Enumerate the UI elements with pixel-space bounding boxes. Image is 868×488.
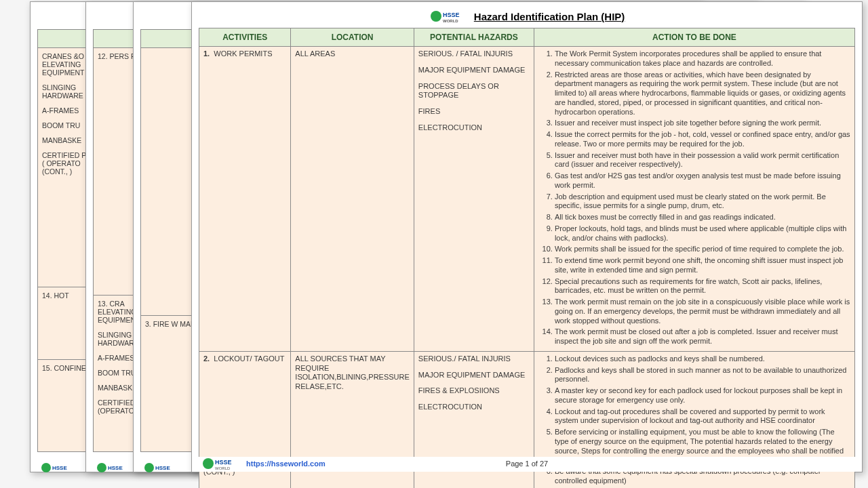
activity-cell: 1. WORK PERMITS [199,47,291,352]
col-activities: ACTIVITIES [199,28,291,47]
action-item: Restricted areas are those areas or acti… [555,70,850,117]
page-title-bar: HSSEWORLD Hazard Identification Plan (HI… [199,6,855,28]
hsse-logo-icon: HSSE [143,461,174,474]
svg-text:WORLD: WORLD [443,19,458,23]
action-item: Padlocks and keys shall be stored in suc… [555,366,850,385]
hsse-logo-icon: HSSEWORLD [201,456,239,471]
location-cell: ALL AREAS [291,47,414,352]
hsse-logo-icon: HSSE [40,461,71,474]
action-item: Lockout devices such as padlocks and key… [555,354,850,364]
document-title: Hazard Identification Plan (HIP) [474,11,625,22]
action-item: To extend time work permit beyond one sh… [555,256,850,275]
action-item: All tick boxes must be correctly filled … [555,213,850,222]
action-item: Issuer and receiver must both have in th… [555,151,850,170]
action-item: Special precautions such as requirements… [555,277,850,296]
hsse-logo-icon: HSSEWORLD [429,9,467,24]
action-item: Work permits shall be issued for the spe… [555,245,850,254]
svg-text:HSSE: HSSE [108,465,123,471]
hsse-logo-icon: HSSE [96,461,127,474]
document-page-front: HSSEWORLD Hazard Identification Plan (HI… [191,1,863,472]
hazards-cell: SERIOUS. / FATAL INJURISMAJOR EQUIPMENT … [414,47,534,352]
svg-point-9 [203,458,214,469]
action-item: A master key or second key for each padl… [555,386,850,405]
action-item: Gas test and/or H2S gas test and/or oxyg… [555,171,850,190]
col-hazards: POTENTIAL HAZARDS [414,28,534,47]
svg-point-0 [41,463,51,472]
svg-text:HSSE: HSSE [155,465,170,471]
page-number: Page 1 of 27 [506,460,548,468]
action-item: Issue the correct permits for the job - … [555,130,850,149]
col-actions: ACTION TO BE DONE [534,28,854,47]
svg-point-2 [97,463,106,472]
action-item: Issuer and receiver must inspect job sit… [555,119,850,128]
action-item: Job description and equipment used must … [555,192,850,211]
action-item: Lockout and tag-out procedures shall be … [555,407,850,426]
svg-text:HSSE: HSSE [443,12,460,18]
hip-table: ACTIVITIES LOCATION POTENTIAL HAZARDS AC… [199,28,855,488]
actions-cell: The Work Permit System incorporates proc… [534,47,854,352]
action-item: The work permit must remain on the job s… [555,298,850,325]
col-location: LOCATION [291,28,414,47]
svg-point-4 [144,463,154,472]
table-row: 1. WORK PERMITSALL AREASSERIOUS. / FATAL… [199,47,855,352]
svg-text:HSSE: HSSE [215,459,232,466]
action-item: The work permit must be closed out after… [555,327,850,346]
svg-point-6 [431,11,441,22]
table-header-row: ACTIVITIES LOCATION POTENTIAL HAZARDS AC… [199,28,855,47]
page-footer: HSSEWORLD https://hsseworld.com Page 1 o… [192,457,862,472]
svg-text:WORLD: WORLD [215,466,231,470]
footer-url: https://hsseworld.com [246,460,326,468]
action-item: Proper lockouts, hold tags, and blinds m… [555,224,850,243]
action-item: The Work Permit System incorporates proc… [555,49,850,68]
svg-text:HSSE: HSSE [52,465,67,471]
